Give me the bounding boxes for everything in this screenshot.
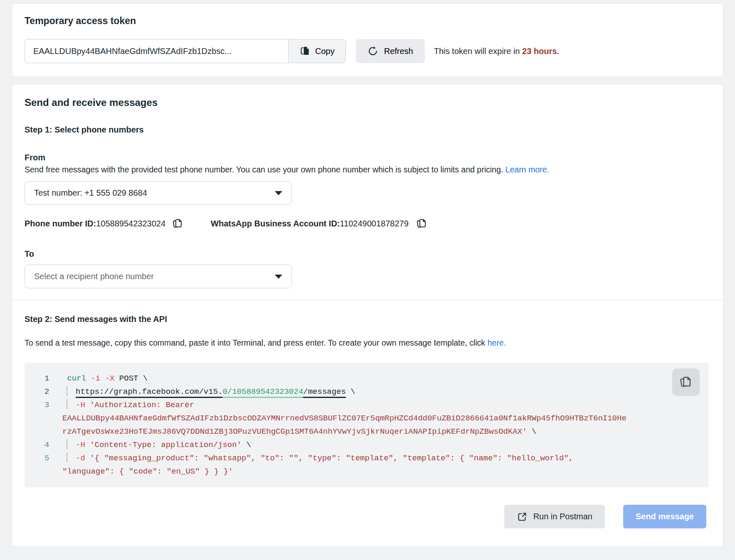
actions-row: Run in Postman Send message [25,505,709,528]
run-in-postman-label: Run in Postman [533,512,592,521]
code-lines: 1 curl -i -X POST \2https://graph.facebo… [25,372,709,478]
code-line: 4-H 'Content-Type: application/json' \ [25,438,709,452]
duplicate-icon [416,218,427,229]
learn-more-link[interactable]: Learn more. [506,165,549,174]
refresh-icon [368,46,378,56]
step2-description: To send a test message, copy this comman… [25,338,709,348]
section-divider [12,300,723,300]
waba-id-label: WhatsApp Business Account ID: [211,219,340,228]
waba-id-value: 110249001878279 [340,219,408,228]
token-expiry-text: This token will expire in 23 hours. [434,47,559,56]
external-link-icon [517,511,528,522]
token-card-title: Temporary access token [25,15,709,27]
from-number-select[interactable]: Test number: +1 555 029 8684 [25,181,292,205]
to-number-select[interactable]: Select a recipient phone number [25,265,292,288]
duplicate-icon [172,218,183,229]
refresh-token-button[interactable]: Refresh [356,39,425,63]
code-line: "language": { "code": "en_US" } } }' [25,465,709,478]
step2-heading: Step 2: Send messages with the API [25,314,709,324]
copy-button-label: Copy [315,47,335,56]
copy-phone-id-button[interactable] [172,218,183,229]
phone-number-id-value: 105889542323024 [96,219,165,228]
access-token-field[interactable]: EAALLDUBpy44BAHNfaeGdmfWfSZAdIFzb1Dzbsc.… [25,39,288,63]
phone-number-id-label: Phone number ID: [25,219,96,228]
from-number-selected-value: Test number: +1 555 029 8684 [34,188,147,198]
to-label: To [25,249,709,259]
duplicate-icon [679,376,693,389]
token-expiry-value: 23 hours. [522,47,559,56]
copy-waba-id-button[interactable] [416,218,427,229]
to-number-placeholder: Select a recipient phone number [34,272,154,281]
step1-heading: Step 1: Select phone numbers [25,125,709,135]
here-link[interactable]: here. [488,338,506,347]
send-receive-messages-card: Send and receive messages Step 1: Select… [12,84,723,547]
refresh-button-label: Refresh [384,47,413,56]
token-row: EAALLDUBpy44BAHNfaeGdmfWfSZAdIFzb1Dzbsc.… [25,39,709,63]
curl-code-block: 1 curl -i -X POST \2https://graph.facebo… [25,363,709,487]
code-line: EAALLDUBpy44BAHNfaeGdmfWfSZAdIFzb1DzbscO… [25,412,709,425]
copy-icon [299,46,310,56]
code-line: 2https://graph.facebook.com/v15.0/105889… [25,385,709,398]
code-line: 5-d '{ "messaging_product": "whatsapp", … [25,452,709,465]
copy-code-button[interactable] [672,368,700,396]
send-message-button[interactable]: Send message [623,505,706,528]
run-in-postman-button[interactable]: Run in Postman [504,505,605,528]
ids-row: Phone number ID: 105889542323024 WhatsAp… [25,218,709,229]
from-description: Send free messages with the provided tes… [25,165,709,174]
chevron-down-icon [275,191,282,195]
temporary-access-token-card: Temporary access token EAALLDUBpy44BAHNf… [12,3,723,77]
code-line: 1 curl -i -X POST \ [25,372,709,385]
code-line: rzATgevOsWxe23HoTEJmsJ86VQ7DDNd1ZBj3OPuz… [25,425,709,438]
from-label: From [25,153,709,162]
messages-card-title: Send and receive messages [25,97,709,108]
copy-token-button[interactable]: Copy [288,39,346,63]
code-line: 3-H 'Authorization: Bearer [25,398,709,412]
chevron-down-icon [275,275,282,279]
